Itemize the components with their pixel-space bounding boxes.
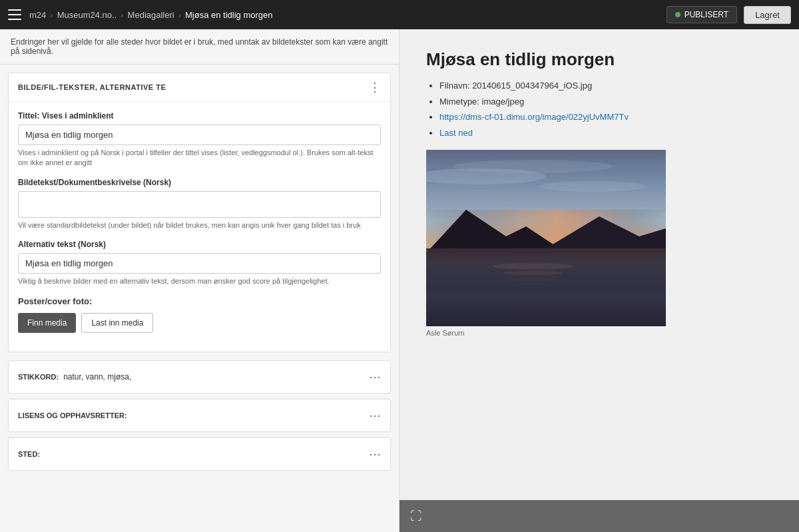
desc-input[interactable] bbox=[18, 191, 381, 218]
alt-field-label: Alternativ tekst (Norsk) bbox=[18, 240, 381, 249]
fullscreen-icon[interactable]: ⛶ bbox=[410, 509, 422, 523]
svg-point-8 bbox=[493, 263, 573, 270]
save-button[interactable]: Lagret bbox=[744, 6, 791, 24]
sted-title: STED: bbox=[18, 450, 40, 458]
card-title: BILDE/FIL-TEKSTER, ALTERNATIVE TE bbox=[18, 83, 166, 91]
top-nav: m24 › Museum24.no.. › Mediagalleri › Mjø… bbox=[0, 0, 799, 29]
card-menu-icon[interactable]: ⋮ bbox=[369, 80, 381, 95]
desc-field-group: Bildetekst/Dokumentbeskrivelse (Norsk) V… bbox=[18, 178, 381, 230]
stikkord-section: STIKKORD: natur, vann, mjøsa, ⋯ bbox=[8, 360, 391, 394]
publish-button[interactable]: PUBLISERT bbox=[666, 6, 737, 23]
sted-section: STED: ⋯ bbox=[8, 437, 391, 471]
main-layout: Endringer her vil gjelde for alle steder… bbox=[0, 29, 799, 532]
alt-field-group: Alternativ tekst (Norsk) Viktig å beskri… bbox=[18, 240, 381, 286]
svg-point-10 bbox=[509, 278, 556, 281]
right-panel: Mjøsa en tidlig morgen Filnavn: 20140615… bbox=[400, 29, 799, 532]
breadcrumb-sep-3: › bbox=[178, 10, 181, 20]
title-input[interactable] bbox=[18, 125, 381, 145]
find-media-button[interactable]: Finn media bbox=[18, 313, 76, 333]
breadcrumb-museum24[interactable]: Museum24.no.. bbox=[57, 10, 117, 20]
meta-url-link[interactable]: https://dms-cf-01.dimu.org/image/022yjUv… bbox=[439, 112, 629, 122]
breadcrumb-m24[interactable]: m24 bbox=[29, 10, 46, 20]
card-header: BILDE/FIL-TEKSTER, ALTERNATIVE TE ⋮ bbox=[9, 73, 390, 102]
poster-btn-group: Finn media Last inn media bbox=[18, 313, 381, 333]
lisens-title: LISENS OG OPPHAVSRETTER: bbox=[18, 411, 127, 419]
breadcrumb: m24 › Museum24.no.. › Mediagalleri › Mjø… bbox=[29, 10, 666, 20]
publish-status-dot bbox=[675, 12, 680, 17]
meta-list: Filnavn: 20140615_004347964_iOS.jpg Mime… bbox=[426, 79, 772, 139]
lisens-menu-icon[interactable]: ⋯ bbox=[369, 408, 381, 423]
meta-mimetype: Mimetype: image/jpeg bbox=[439, 95, 772, 109]
poster-cover-label: Poster/cover foto: bbox=[18, 296, 381, 306]
preview-area: Mjøsa en tidlig morgen Filnavn: 20140615… bbox=[400, 29, 799, 500]
meta-download-link[interactable]: Last ned bbox=[439, 128, 473, 138]
stikkord-menu-icon[interactable]: ⋯ bbox=[369, 370, 381, 384]
breadcrumb-sep-1: › bbox=[50, 10, 53, 20]
nav-actions: PUBLISERT Lagret bbox=[666, 6, 791, 24]
svg-point-4 bbox=[453, 160, 613, 173]
desc-field-label: Bildetekst/Dokumentbeskrivelse (Norsk) bbox=[18, 178, 381, 187]
alt-field-hint: Viktig å beskrive bilder med en alternat… bbox=[18, 276, 381, 286]
notice-text: Endringer her vil gjelde for alle steder… bbox=[11, 37, 388, 56]
breadcrumb-mediagalleri[interactable]: Mediagalleri bbox=[128, 10, 174, 20]
breadcrumb-current: Mjøsa en tidlig morgen bbox=[185, 10, 273, 20]
stikkord-value: natur, vann, mjøsa, bbox=[63, 372, 131, 382]
preview-image bbox=[426, 150, 666, 326]
card-body: Tittel: Vises i adminklient Vises i admi… bbox=[9, 102, 390, 352]
preview-bottom-bar: ⛶ bbox=[400, 500, 799, 532]
last-inn-media-button[interactable]: Last inn media bbox=[81, 313, 153, 333]
lisens-section: LISENS OG OPPHAVSRETTER: ⋯ bbox=[8, 399, 391, 432]
breadcrumb-sep-2: › bbox=[121, 10, 123, 20]
meta-filename: Filnavn: 20140615_004347964_iOS.jpg bbox=[439, 79, 772, 93]
notice-bar: Endringer her vil gjelde for alle steder… bbox=[0, 29, 399, 65]
left-panel: Endringer her vil gjelde for alle steder… bbox=[0, 29, 400, 532]
preview-image-wrap: Asle Sørum bbox=[426, 150, 666, 337]
publish-label: PUBLISERT bbox=[684, 10, 728, 19]
svg-rect-7 bbox=[426, 248, 666, 326]
svg-point-3 bbox=[539, 181, 646, 192]
alt-input[interactable] bbox=[18, 253, 381, 274]
desc-field-hint: Vil være standardbildetekst (under bilde… bbox=[18, 220, 381, 230]
stikkord-title: STIKKORD: natur, vann, mjøsa, bbox=[18, 372, 131, 382]
sted-menu-icon[interactable]: ⋯ bbox=[369, 447, 381, 461]
title-field-group: Tittel: Vises i adminklient Vises i admi… bbox=[18, 111, 381, 168]
preview-title: Mjøsa en tidlig morgen bbox=[426, 49, 772, 70]
meta-url: https://dms-cf-01.dimu.org/image/022yjUv… bbox=[439, 111, 772, 124]
meta-download: Last ned bbox=[439, 127, 772, 140]
svg-point-9 bbox=[503, 271, 563, 275]
title-field-hint: Vises i adminklient og på Norsk i portal… bbox=[18, 148, 381, 168]
title-field-label: Tittel: Vises i adminklient bbox=[18, 111, 381, 121]
poster-field-group: Poster/cover foto: Finn media Last inn m… bbox=[18, 296, 381, 333]
preview-caption: Asle Sørum bbox=[426, 329, 666, 337]
main-card: BILDE/FIL-TEKSTER, ALTERNATIVE TE ⋮ Titt… bbox=[8, 73, 391, 352]
hamburger-icon[interactable] bbox=[8, 9, 21, 20]
